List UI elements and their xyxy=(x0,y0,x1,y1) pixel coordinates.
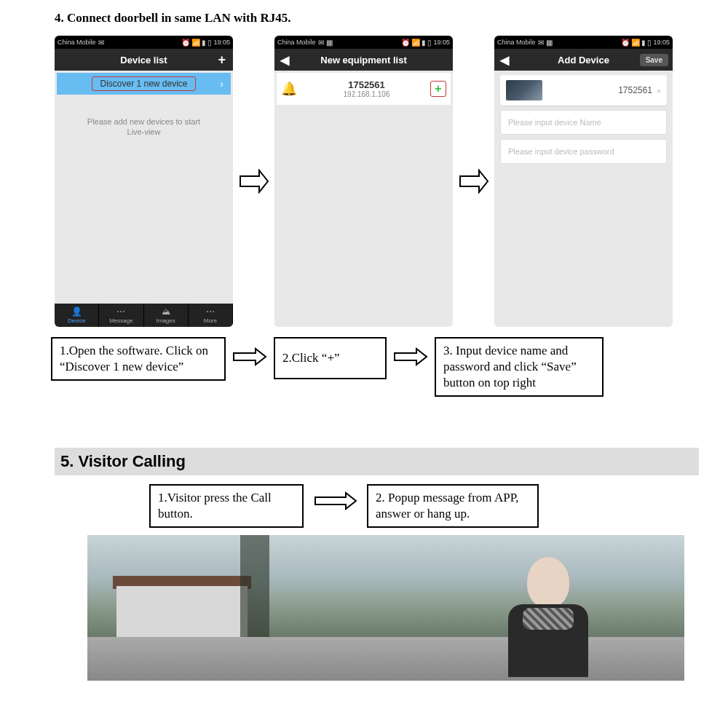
carrier-label: China Mobile xyxy=(277,39,316,46)
signal-icon: ▮ xyxy=(641,39,646,47)
add-button[interactable]: + xyxy=(218,52,226,68)
s5-caption-1: 1.Visitor press the Call button. xyxy=(149,484,304,528)
arrow-1 xyxy=(237,169,270,194)
plus-icon: + xyxy=(435,82,441,95)
titlebar-device-list: Device list + xyxy=(55,49,233,71)
phones-row: China Mobile ✉ ⏰ 📶 ▮ ▯ 19:05 Device list… xyxy=(55,36,699,327)
status-bar: China Mobile ✉ ▦ ⏰ 📶 ▮ ▯ 19:05 xyxy=(274,36,453,49)
phone-2: China Mobile ✉ ▦ ⏰ 📶 ▮ ▯ 19:05 ◀ New equ… xyxy=(274,36,453,327)
more-icon: ⋯ xyxy=(206,306,215,317)
alarm-icon: ⏰ xyxy=(181,39,190,47)
time-label: 19:05 xyxy=(213,39,230,46)
device-thumbnail xyxy=(506,80,542,100)
caption-1: 1.Open the software. Click on “Discover … xyxy=(51,337,226,381)
battery-icon: ▯ xyxy=(207,39,212,47)
caption-3: 3. Input device name and password and cl… xyxy=(435,337,604,397)
equipment-list-item[interactable]: 🔔 1752561 192.168.1.106 + xyxy=(277,73,451,105)
title-text: Add Device xyxy=(558,55,609,66)
nav-images[interactable]: ⛰Images xyxy=(144,304,189,327)
section5-heading: 5. Visitor Calling xyxy=(55,448,699,475)
status-bar: China Mobile ✉ ▦ ⏰ 📶 ▮ ▯ 19:05 xyxy=(494,36,673,49)
app-icon: ▦ xyxy=(546,39,553,47)
alarm-icon: ⏰ xyxy=(401,39,410,47)
signal-icon: ▮ xyxy=(422,39,426,47)
battery-icon: ▯ xyxy=(427,39,432,47)
phone-1: China Mobile ✉ ⏰ 📶 ▮ ▯ 19:05 Device list… xyxy=(55,36,233,327)
carrier-label: China Mobile xyxy=(58,39,96,46)
message-icon: ⋯ xyxy=(116,306,125,317)
section4-heading: 4. Connect doorbell in same LAN with RJ4… xyxy=(55,11,699,25)
discover-text: Discover 1 new device xyxy=(92,76,195,91)
bottom-nav: 👤Device ⋯Message ⛰Images ⋯More xyxy=(55,304,233,327)
titlebar-equipment-list: ◀ New equipment list xyxy=(274,49,453,71)
mail-icon: ✉ xyxy=(98,39,104,47)
carrier-label: China Mobile xyxy=(497,39,536,46)
device-id-text: 1752561 xyxy=(542,85,657,95)
bell-icon: 🔔 xyxy=(281,81,303,97)
signal-icon: ▮ xyxy=(202,39,206,47)
s5-caption-2: 2. Popup message from APP, answer or han… xyxy=(367,484,539,528)
phone-3: China Mobile ✉ ▦ ⏰ 📶 ▮ ▯ 19:05 ◀ Add Dev… xyxy=(494,36,673,327)
nav-message[interactable]: ⋯Message xyxy=(99,304,143,327)
add-device-button[interactable]: + xyxy=(430,81,446,97)
caption-arrow-2 xyxy=(390,347,430,366)
time-label: 19:05 xyxy=(433,39,450,46)
nav-more[interactable]: ⋯More xyxy=(189,304,233,327)
s5-arrow xyxy=(308,491,363,510)
discover-banner[interactable]: Discover 1 new device › xyxy=(57,73,231,95)
time-label: 19:05 xyxy=(653,39,670,46)
alarm-icon: ⏰ xyxy=(621,39,630,47)
images-icon: ⛰ xyxy=(162,306,170,317)
device-ip: 192.168.1.106 xyxy=(303,90,430,98)
battery-icon: ▯ xyxy=(647,39,652,47)
back-icon[interactable]: ◀ xyxy=(280,53,289,67)
titlebar-add-device: ◀ Add Device Save xyxy=(494,49,673,71)
caption-2: 2.Click “+” xyxy=(274,337,387,379)
nav-device[interactable]: 👤Device xyxy=(55,304,99,327)
wifi-icon: 📶 xyxy=(411,39,420,47)
save-button[interactable]: Save xyxy=(640,54,668,66)
chevron-right-icon: » xyxy=(657,86,661,95)
section5-captions: 1.Visitor press the Call button. 2. Popu… xyxy=(149,484,699,528)
empty-placeholder: Please add new devices to start Live-vie… xyxy=(55,116,233,138)
title-text: Device list xyxy=(120,55,167,66)
mail-icon: ✉ xyxy=(318,39,324,47)
chevron-right-icon: › xyxy=(220,78,223,90)
mail-icon: ✉ xyxy=(538,39,544,47)
back-icon[interactable]: ◀ xyxy=(500,53,509,67)
wifi-icon: 📶 xyxy=(631,39,640,47)
title-text: New equipment list xyxy=(320,55,406,66)
caption-arrow-1 xyxy=(229,347,269,366)
device-name-field[interactable]: Please input device Name xyxy=(500,110,667,135)
captions-row: 1.Open the software. Click on “Discover … xyxy=(55,337,699,397)
arrow-2 xyxy=(457,169,490,194)
device-preview-row[interactable]: 1752561 » xyxy=(500,75,667,106)
device-id: 1752561 xyxy=(303,79,430,90)
visitor-photo xyxy=(87,535,684,681)
status-bar: China Mobile ✉ ⏰ 📶 ▮ ▯ 19:05 xyxy=(55,36,233,49)
app-icon: ▦ xyxy=(326,39,333,47)
person-icon: 👤 xyxy=(71,306,82,317)
device-password-field[interactable]: Please input device password xyxy=(500,139,667,164)
wifi-icon: 📶 xyxy=(191,39,200,47)
